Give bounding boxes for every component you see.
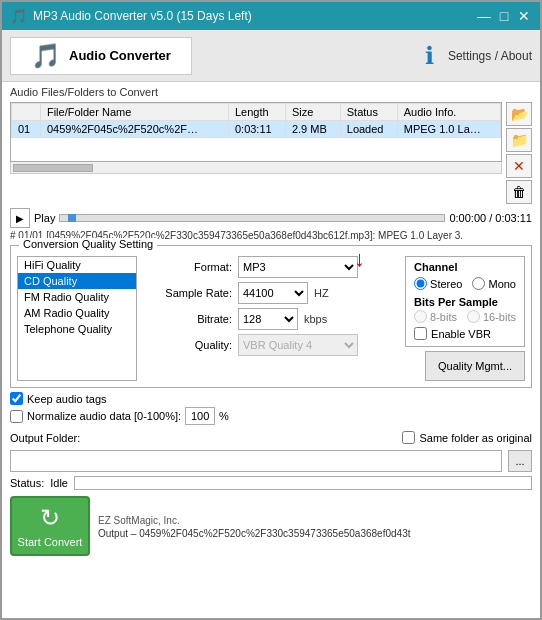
bits16-option[interactable]: 16-bits [467, 310, 516, 323]
browse-button[interactable]: ... [508, 450, 532, 472]
remove-icon: ✕ [513, 158, 525, 174]
output-folder-label: Output Folder: [10, 432, 80, 444]
row-audio-info: MPEG 1.0 La… [397, 121, 500, 138]
quality-item-am[interactable]: AM Radio Quality [18, 305, 136, 321]
channel-title: Channel [414, 261, 516, 273]
enable-vbr-label[interactable]: Enable VBR [414, 327, 516, 340]
settings-button[interactable]: Settings / About [448, 49, 532, 63]
output-text: Output – 0459%2F045c%2F520c%2F330c359473… [98, 528, 532, 539]
output-folder-input[interactable] [10, 450, 502, 472]
play-button[interactable]: ▶ [10, 208, 30, 228]
sample-rate-row: Sample Rate: 44100 HZ [147, 282, 395, 304]
close-button[interactable]: ✕ [516, 8, 532, 24]
col-status: Status [340, 104, 397, 121]
add-folder-button[interactable]: 📁 [506, 128, 532, 152]
keep-tags-row[interactable]: Keep audio tags [10, 392, 532, 405]
clear-icon: 🗑 [512, 184, 526, 200]
quality-mgmt-button[interactable]: Quality Mgmt... [425, 351, 525, 381]
file-section-label: Audio Files/Folders to Convert [10, 86, 532, 98]
channel-box: Channel Stereo Mono [405, 256, 525, 347]
remove-file-button[interactable]: ✕ [506, 154, 532, 178]
format-settings: ↓ Format: MP3 Sample Rate: 44100 [147, 256, 395, 381]
checkboxes-col: Keep audio tags Normalize audio data [0-… [10, 392, 532, 427]
clear-all-button[interactable]: 🗑 [506, 180, 532, 204]
start-convert-label: Start Convert [18, 536, 83, 548]
content-area: Audio Files/Folders to Convert File/Fold… [2, 82, 540, 618]
keep-tags-label: Keep audio tags [27, 393, 107, 405]
title-bar-left: 🎵 MP3 Audio Converter v5.0 (15 Days Left… [10, 8, 252, 24]
app-icon: 🎵 [10, 8, 27, 24]
bits16-radio [467, 310, 480, 323]
bits8-radio [414, 310, 427, 323]
same-folder-option[interactable]: Same folder as original [402, 431, 532, 444]
mono-radio[interactable] [472, 277, 485, 290]
add-folder-icon: 📁 [511, 132, 528, 148]
quality-item-telephone[interactable]: Telephone Quality [18, 321, 136, 337]
red-arrow-icon: ↓ [354, 246, 365, 272]
open-file-button[interactable]: 📂 [506, 102, 532, 126]
info-button[interactable]: ℹ [425, 42, 434, 70]
quality-section-title: Conversion Quality Setting [19, 238, 157, 250]
col-num [12, 104, 41, 121]
bits8-label: 8-bits [430, 311, 457, 323]
normalize-checkbox[interactable] [10, 410, 23, 423]
quality-item-fm[interactable]: FM Radio Quality [18, 289, 136, 305]
normalize-value-input[interactable] [185, 407, 215, 425]
enable-vbr-text: Enable VBR [431, 328, 491, 340]
bits8-option[interactable]: 8-bits [414, 310, 457, 323]
output-input-row: ... [10, 450, 532, 472]
keep-tags-checkbox[interactable] [10, 392, 23, 405]
file-list-container: File/Folder Name Length Size Status Audi… [10, 102, 502, 162]
mono-label: Mono [488, 278, 516, 290]
normalize-unit: % [219, 410, 229, 422]
audio-converter-button[interactable]: 🎵 Audio Converter [10, 37, 192, 75]
horizontal-scrollbar[interactable] [10, 162, 502, 174]
quality-item-cd[interactable]: CD Quality [18, 273, 136, 289]
bitrate-row: Bitrate: 128 kbps [147, 308, 395, 330]
same-folder-label: Same folder as original [419, 432, 532, 444]
convert-icon: ↻ [40, 504, 60, 532]
title-bar: 🎵 MP3 Audio Converter v5.0 (15 Days Left… [2, 2, 540, 30]
audio-icon: 🎵 [31, 42, 61, 70]
sample-rate-label: Sample Rate: [147, 287, 232, 299]
row-name: 0459%2F045c%2F520c%2F… [40, 121, 228, 138]
row-size: 2.9 MB [285, 121, 340, 138]
status-label: Status: [10, 477, 44, 489]
status-row: Status: Idle [10, 476, 532, 490]
bits-radio-row: 8-bits 16-bits [414, 310, 516, 323]
quality-select[interactable]: VBR Quality 4 [238, 334, 358, 356]
play-icon: ▶ [16, 213, 24, 224]
maximize-button[interactable]: □ [496, 8, 512, 24]
channel-bits-panel: Channel Stereo Mono [405, 256, 525, 381]
options-row: Keep audio tags Normalize audio data [0-… [10, 392, 532, 427]
stereo-radio[interactable] [414, 277, 427, 290]
output-folder-row: Output Folder: Same folder as original [10, 431, 532, 444]
same-folder-checkbox[interactable] [402, 431, 415, 444]
stereo-option[interactable]: Stereo [414, 277, 462, 290]
minimize-button[interactable]: — [476, 8, 492, 24]
bitrate-select[interactable]: 128 [238, 308, 298, 330]
row-num: 01 [12, 121, 41, 138]
channel-radio-row: Stereo Mono [414, 277, 516, 290]
enable-vbr-checkbox[interactable] [414, 327, 427, 340]
normalize-row[interactable]: Normalize audio data [0-100%]: % [10, 407, 532, 425]
mono-option[interactable]: Mono [472, 277, 516, 290]
table-row[interactable]: 01 0459%2F045c%2F520c%2F… 0:03:11 2.9 MB… [12, 121, 501, 138]
file-section: Audio Files/Folders to Convert File/Fold… [10, 86, 532, 204]
bitrate-label: Bitrate: [147, 313, 232, 325]
play-bar: ▶ Play 0:00:00 / 0:03:11 [10, 208, 532, 228]
sample-rate-unit: HZ [314, 287, 329, 299]
quality-section-border: Conversion Quality Setting HiFi Quality … [10, 245, 532, 388]
bottom-bar: ↻ Start Convert EZ SoftMagic, Inc. Outpu… [10, 496, 532, 560]
quality-item-hifi[interactable]: HiFi Quality [18, 257, 136, 273]
time-display: 0:00:00 / 0:03:11 [449, 212, 532, 224]
seek-bar[interactable] [59, 214, 445, 222]
format-select[interactable]: MP3 [238, 256, 358, 278]
row-length: 0:03:11 [228, 121, 285, 138]
status-value: Idle [50, 477, 68, 489]
quality-list: HiFi Quality CD Quality FM Radio Quality… [17, 256, 137, 381]
start-convert-button[interactable]: ↻ Start Convert [10, 496, 90, 556]
sample-rate-select[interactable]: 44100 [238, 282, 308, 304]
output-section: Output Folder: Same folder as original .… [10, 431, 532, 490]
file-actions-side: 📂 📁 ✕ 🗑 [506, 102, 532, 204]
